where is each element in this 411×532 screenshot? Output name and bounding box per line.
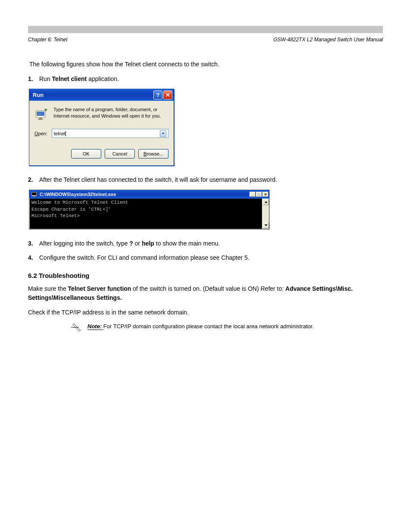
troubleshooting-body-2: Check if the TCP/IP address is in the sa… [28,308,383,317]
run-icon [34,107,48,121]
step-1-prefix: Run [39,75,52,82]
console-line: Microsoft Telnet> [31,213,260,219]
note-block: Note: For TCP/IP domain configuration pl… [71,323,383,332]
step-4-number: 4. [28,253,39,262]
step-1: 1. Run Telnet client application. [28,75,383,84]
step-1-bold: Telnet client [52,75,89,82]
step-3: 3. After logging into the switch, type ?… [28,239,383,248]
svg-rect-6 [33,196,35,197]
header-separator [28,26,383,33]
run-dialog-description: Type the name of a program, folder, docu… [53,106,168,119]
run-dialog: Run ? ✕ Type the name of a program, fold… [29,89,174,166]
note-label: Note: [87,323,103,330]
open-input-value: telnet [54,131,65,136]
step-4-text: Configure the switch. For CLI and comman… [39,253,383,262]
minimize-button[interactable]: _ [249,192,255,197]
step-4: 4. Configure the switch. For CLI and com… [28,253,383,262]
scroll-down-button[interactable] [263,222,269,228]
step-1-rest: application. [88,75,119,82]
svg-rect-1 [37,112,44,116]
open-label: Open: [34,131,47,136]
note-text: For TCP/IP domain configuration please c… [103,323,314,330]
step-3-bold2: help [142,240,154,247]
step-3-rest: to show the main menu. [154,240,220,247]
troubleshooting-body-1: Make sure the Telnet Server function of … [28,284,383,302]
telnet-close-button[interactable]: ✕ [262,192,268,197]
telnet-window: C:\WINDOWS\system32\telnet.exe _ □ ✕ Wel… [29,190,270,230]
step-2-text: After the Telnet client has connected to… [39,175,383,184]
ok-button[interactable]: OK [71,149,101,159]
svg-rect-2 [39,118,42,119]
maximize-button[interactable]: □ [256,192,262,197]
scroll-up-button[interactable] [263,199,269,205]
step-2-number: 2. [28,175,39,184]
step-3-mid: or [133,240,142,247]
browse-button[interactable]: Browse... [138,149,168,159]
open-input[interactable]: telnet [52,129,168,138]
console-line: Welcome to Microsoft Telnet Client [31,199,260,206]
step-3-number: 3. [28,239,39,248]
step-3-bold1: ? [129,240,133,247]
telnet-titlebar: C:\WINDOWS\system32\telnet.exe _ □ ✕ [29,190,269,199]
pencil-icon [71,323,83,332]
run-dialog-title: Run [33,92,153,98]
console-line: Escape Character is 'CTRL+]' [31,206,260,213]
troubleshooting-heading: 6.2 Troubleshooting [28,272,383,279]
step-1-number: 1. [28,75,39,84]
step-2: 2. After the Telnet client has connected… [28,175,383,184]
header-product: GSW-4822TX L2 Managed Switch User Manual [273,37,383,43]
open-dropdown-button[interactable] [160,130,166,137]
telnet-app-icon [31,191,37,198]
intro-paragraph: The following figures show how the Telne… [29,60,383,68]
svg-rect-3 [38,119,43,120]
run-dialog-titlebar: Run ? ✕ [29,89,174,101]
header-chapter: Chapter 6: Telnet [28,37,68,43]
cancel-button[interactable]: Cancel [105,149,135,159]
close-button[interactable]: ✕ [163,90,172,100]
step-3-prefix: After logging into the switch, type [39,240,129,247]
telnet-console[interactable]: Welcome to Microsoft Telnet Client Escap… [30,199,262,229]
svg-rect-5 [32,193,36,195]
telnet-title-text: C:\WINDOWS\system32\telnet.exe [40,192,249,197]
help-button[interactable]: ? [153,90,162,100]
telnet-scrollbar[interactable] [262,199,269,229]
